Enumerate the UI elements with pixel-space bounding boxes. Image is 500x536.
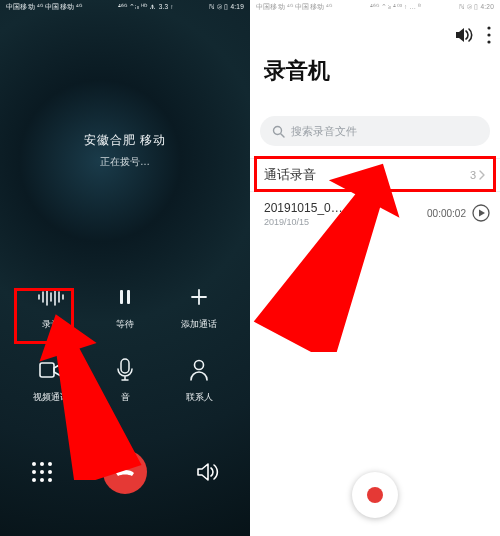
speaker-icon[interactable] [454,26,474,44]
svg-rect-12 [121,359,129,373]
record-button[interactable]: 录音 [14,282,88,331]
hold-button[interactable]: 等待 [88,282,162,331]
hangup-button[interactable] [103,450,147,494]
svg-point-21 [40,478,44,482]
carrier: 中国移动 ⁴ᴳ 中国移动 ⁴ᴳ [6,3,82,10]
dialing-label: 正在拨号… [0,155,250,169]
waveform-icon [36,282,66,312]
recorder-screen: 中国移动 ⁴ᴳ 中国移动 ⁴ᴳ ⁴⁶ᴳ ⌃ᵢₗₗ ⁴⁰³ ↑ … ᴮ ℕ ⧁ ▯… [250,0,500,536]
keypad-button[interactable] [30,460,54,484]
search-input[interactable]: 搜索录音文件 [260,116,490,146]
call-recordings-section[interactable]: 通话录音 3 [250,158,500,192]
svg-rect-11 [40,363,54,377]
video-icon [36,355,66,385]
person-icon [184,355,214,385]
add-call-button[interactable]: 添加通话 [162,282,236,331]
location-label: 安徽合肥 移动 [0,132,250,149]
svg-point-20 [32,478,36,482]
speaker-button[interactable] [196,461,220,483]
svg-point-17 [32,470,36,474]
svg-point-18 [40,470,44,474]
call-screen: 中国移动 ⁴ᴳ 中国移动 ⁴ᴳ ⁴⁶ᴳ ⌃ᵢₗₗ ᴴᴰ ⩚ 3.3 ↑ ℕ ⧁ … [0,0,250,536]
svg-point-16 [48,462,52,466]
file-name: 20191015_0… [264,200,343,217]
call-info: 安徽合肥 移动 正在拨号… [0,132,250,169]
recorder-topbar [454,26,492,44]
recording-item[interactable]: 20191015_0… 2019/10/15 00:00:02 [264,200,490,227]
status-bar-right: 中国移动 ⁴ᴳ 中国移动 ⁴ᴳ ⁴⁶ᴳ ⌃ᵢₗₗ ⁴⁰³ ↑ … ᴮ ℕ ⧁ ▯… [250,0,500,11]
more-icon[interactable] [486,26,492,44]
svg-point-24 [487,33,490,36]
call-actions: 录音 等待 添加通话 视频通话 音 [0,282,250,404]
contacts-button[interactable]: 联系人 [162,355,236,404]
section-count: 3 [470,169,486,181]
play-icon[interactable] [472,204,490,222]
search-placeholder: 搜索录音文件 [291,124,357,139]
app-title: 录音机 [264,56,330,86]
pause-icon [110,282,140,312]
svg-point-15 [40,462,44,466]
svg-rect-7 [120,290,123,304]
svg-point-19 [48,470,52,474]
file-duration: 00:00:02 [427,208,466,219]
svg-point-22 [48,478,52,482]
svg-point-23 [487,26,490,29]
mute-button[interactable]: 音 [88,355,162,404]
section-title: 通话录音 [264,166,316,184]
plus-icon [184,282,214,312]
svg-point-26 [274,126,282,134]
mic-icon [110,355,140,385]
svg-point-25 [487,40,490,43]
status-bar-left: 中国移动 ⁴ᴳ 中国移动 ⁴ᴳ ⁴⁶ᴳ ⌃ᵢₗₗ ᴴᴰ ⩚ 3.3 ↑ ℕ ⧁ … [0,0,250,11]
record-start-button[interactable] [352,472,398,518]
svg-line-27 [281,134,284,137]
svg-point-14 [32,462,36,466]
video-call-button[interactable]: 视频通话 [14,355,88,404]
call-bottom-row [0,450,250,494]
search-icon [272,125,285,138]
file-date: 2019/10/15 [264,217,343,227]
svg-point-13 [195,361,204,370]
svg-rect-8 [127,290,130,304]
chevron-right-icon [478,170,486,180]
